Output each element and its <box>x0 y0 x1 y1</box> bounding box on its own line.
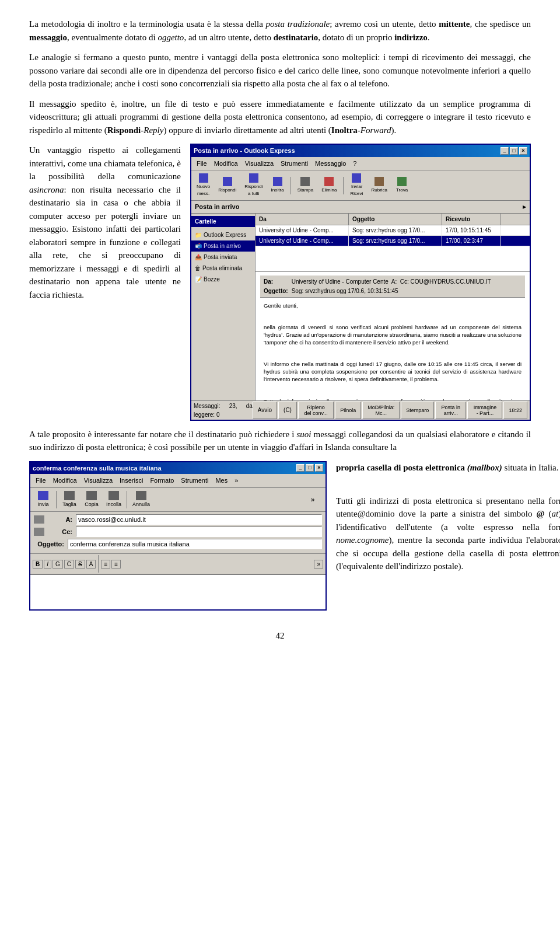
outlook-window-controls[interactable]: _ □ × <box>501 147 527 155</box>
format-align-right-button[interactable]: ≡ <box>111 560 121 569</box>
compose-menu-visualizza[interactable]: Visualizza <box>81 475 116 486</box>
compose-menu-mes[interactable]: Mes <box>212 475 230 486</box>
toolbar-reply[interactable]: Rispondi <box>215 175 239 196</box>
close-button[interactable]: × <box>519 147 527 155</box>
menu-visualizza[interactable]: Visualizza <box>242 158 276 169</box>
field-cc-label: Cc: <box>47 527 76 537</box>
col-header-from[interactable]: Da <box>256 214 349 225</box>
minimize-button[interactable]: _ <box>501 147 509 155</box>
compose-body-area[interactable] <box>30 574 326 609</box>
col-header-received[interactable]: Ricevuto <box>442 214 501 225</box>
sidebar-item-outlook-express[interactable]: 📁 Outlook Express <box>191 229 255 240</box>
toolbar-send-receive[interactable]: Invia/Ricevi <box>347 172 366 199</box>
taskbar-immagine[interactable]: Immagine - Part... <box>467 402 502 419</box>
paragraph-after-cols: A tale proposito è interessante far nota… <box>29 428 531 454</box>
start-button[interactable]: Avvio <box>253 402 277 419</box>
sidebar-item-posta-eliminata[interactable]: 🗑 Posta eliminata <box>191 263 255 274</box>
compose-taglia-button[interactable]: Taglia <box>59 489 80 511</box>
outlook-main: Da Oggetto Ricevuto University of Udine … <box>256 214 530 400</box>
format-more-button[interactable]: » <box>314 560 323 569</box>
toolbar-separator-2 <box>343 177 344 194</box>
menu-file[interactable]: File <box>194 158 210 169</box>
compose-menu-strumenti[interactable]: Strumenti <box>178 475 211 486</box>
compose-invia-button[interactable]: Invia <box>33 489 54 511</box>
compose-window-controls[interactable]: _ □ × <box>296 464 323 472</box>
message-row-2[interactable]: University of Udine - Comp... Sog: srvz:… <box>256 236 530 246</box>
col-header-subject[interactable]: Oggetto <box>349 214 442 225</box>
article-body: La metodologia di inoltro e la terminolo… <box>29 18 531 643</box>
taskbar-c[interactable]: (C) <box>278 402 297 419</box>
toolbar-new-message[interactable]: Nuovomess. <box>194 172 213 199</box>
compose-menubar[interactable]: File Modifica Visualizza Inserisci Forma… <box>30 474 326 488</box>
toolbar-delete[interactable]: Elimina <box>318 175 340 196</box>
compose-menu-formato[interactable]: Formato <box>147 475 177 486</box>
taskbar-pilnola[interactable]: Pilnola <box>335 402 361 419</box>
taskbar-modifica[interactable]: MoD/Pilnia: Mc... <box>362 402 400 419</box>
format-a-button[interactable]: A <box>86 560 96 569</box>
compose-menu-more[interactable]: » <box>232 475 241 486</box>
taskbar-ripieno[interactable]: Ripieno del conv... <box>298 402 334 419</box>
compose-close-button[interactable]: × <box>315 464 323 472</box>
find-icon <box>397 177 407 186</box>
compose-toolbar: Invia Taglia Copia Incolla <box>30 488 326 512</box>
taskbar-stemparo[interactable]: Stemparo <box>401 402 434 419</box>
address-field-icon <box>34 515 44 524</box>
format-s-button[interactable]: S <box>75 560 85 569</box>
sidebar-header: Cartelle <box>191 216 255 227</box>
compose-menu-file[interactable]: File <box>33 475 49 486</box>
toolbar-reply-all[interactable]: Rispondia tutti <box>242 172 265 199</box>
message-2-date: 17/00, 02:3:47 <box>442 236 501 246</box>
compose-minimize-button[interactable]: _ <box>296 464 304 472</box>
menu-help[interactable]: ? <box>350 158 359 169</box>
compose-maximize-button[interactable]: □ <box>306 464 314 472</box>
sidebar-item-bozze[interactable]: 📝 Bozze <box>191 274 255 285</box>
paragraph-2: Le analogie si fermano a questo punto, m… <box>29 51 531 90</box>
annulla-icon <box>136 491 146 500</box>
taskbar-buttons: Avvio (C) Ripieno del conv... Pilnola Mo… <box>253 402 527 419</box>
menu-messaggio[interactable]: Messaggio <box>312 158 349 169</box>
toolbar-address-book[interactable]: Rubrica <box>368 175 390 196</box>
outlook-sidebar: Cartelle 📁 Outlook Express 📬 Posta in ar… <box>191 214 256 400</box>
toolbar-find[interactable]: Trova <box>393 175 411 196</box>
sidebar-item-posta-in-arrivo[interactable]: 📬 Posta in arrivo <box>191 240 255 252</box>
preview-from: University of Udine - Computer Cente A: … <box>292 277 522 286</box>
compose-annulla-button[interactable]: Annulla <box>130 489 153 511</box>
outlook-title: Posta in arrivo - Outlook Express <box>194 146 295 156</box>
field-a-input[interactable] <box>76 514 322 525</box>
compose-incolla-button[interactable]: Incolla <box>103 489 124 511</box>
message-row-1[interactable]: University of Udine - Comp... Sog: srvz:… <box>256 225 530 236</box>
compose-menu-modifica[interactable]: Modifica <box>50 475 80 486</box>
format-align-left-button[interactable]: ≡ <box>101 560 110 569</box>
format-bold-button[interactable]: B <box>33 560 43 569</box>
reply-all-icon <box>249 173 258 183</box>
bottom-right-para-2: Tutti gli indirizzi di posta elettronica… <box>336 494 560 573</box>
paragraph-1: La metodologia di inoltro e la terminolo… <box>29 18 531 44</box>
field-row-a: A: <box>34 514 322 525</box>
left-column: Un vantaggio rispetto ai collegamenti in… <box>29 144 181 421</box>
format-italic-button[interactable]: I <box>44 560 51 569</box>
menu-modifica[interactable]: Modifica <box>211 158 241 169</box>
compose-format-toolbar[interactable]: B I G C S A ≡ ≡ » <box>30 553 326 574</box>
compose-titlebar: conferma conferenza sulla musica italian… <box>30 462 326 475</box>
compose-menu-inserisci[interactable]: Inserisci <box>117 475 146 486</box>
field-oggetto-input[interactable] <box>68 539 322 549</box>
preview-body: Gentile utenti, nella giornata di venerd… <box>260 300 525 400</box>
drafts-icon: 📝 <box>195 275 202 284</box>
maximize-button[interactable]: □ <box>510 147 518 155</box>
toolbar-forward[interactable]: Inoltra <box>268 175 286 196</box>
preview-subject: Sog: srvz:hydrus ogg 17/0.6, 10:31:51:45 <box>292 287 522 295</box>
menu-strumenti[interactable]: Strumenti <box>278 158 311 169</box>
compose-copia-button[interactable]: Copia <box>81 489 102 511</box>
format-c-button[interactable]: C <box>64 560 74 569</box>
message-1-from: University of Udine - Comp... <box>256 225 349 235</box>
format-g-button[interactable]: G <box>52 560 63 569</box>
taskbar-posta[interactable]: Posta in arriv... <box>435 402 466 419</box>
format-separator <box>98 555 99 573</box>
compose-window: conferma conferenza sulla musica italian… <box>29 461 327 611</box>
sidebar-item-posta-inviata[interactable]: 📤 Posta inviata <box>191 252 255 263</box>
toolbar-print[interactable]: Stampa <box>295 175 317 196</box>
outlook-menubar[interactable]: File Modifica Visualizza Strumenti Messa… <box>191 157 530 171</box>
send-receive-icon <box>352 173 361 183</box>
field-cc-input[interactable] <box>76 526 322 537</box>
compose-more-button[interactable]: » <box>302 493 323 507</box>
